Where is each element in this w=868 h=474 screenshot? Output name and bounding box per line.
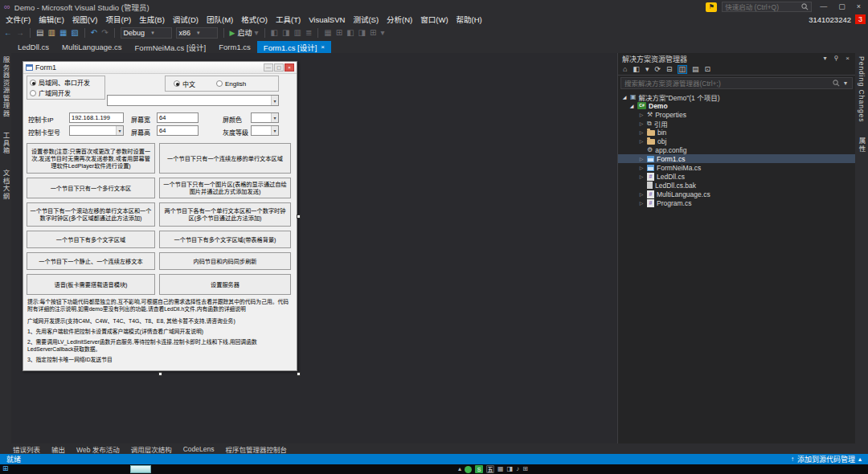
show-all-files-icon[interactable]: ▤ [692,66,699,73]
multi-text-table-bg-button[interactable]: 一个节目下有多个文字区域(带表格背景) [159,231,291,248]
internal-code-refresh-button[interactable]: 内码节目和内码同步刷新 [159,252,291,270]
close-icon[interactable]: × [844,55,851,62]
expander-icon[interactable]: ▷ [638,130,645,135]
taskbar-app-button[interactable] [130,465,151,473]
sync-with-active-document-icon[interactable]: ⟳ [654,66,661,73]
notification-flag-icon[interactable]: ⚑ [706,2,717,12]
menu-visualsvn[interactable]: VisualSVN [305,15,349,24]
tab-form1-design-active[interactable]: Form1.cs [设计] × [257,41,331,53]
notification-count-badge[interactable]: 3 [855,14,866,24]
solution-platform-dropdown[interactable]: x86 ▾ [176,27,218,39]
menu-format[interactable]: 格式(O) [237,14,272,25]
menu-test[interactable]: 测试(S) [349,14,383,25]
toolbar-icon-breakpoint[interactable]: ▥ [293,29,301,37]
make-same-size-icon[interactable]: ◨ [358,29,366,37]
undo-icon[interactable]: ↶ [91,29,97,37]
menu-window[interactable]: 窗口(W) [416,14,452,25]
tree-item-bin[interactable]: ▷ bin [618,128,855,137]
chevron-down-icon[interactable]: ▾ [842,80,849,87]
tab-output[interactable]: 输出 [51,444,65,454]
expander-icon[interactable]: ◢ [628,104,635,108]
add-to-source-control-button[interactable]: 添加到源代码管理 [797,454,855,464]
voice-button[interactable]: 语音(板卡需要搭载语音模块) [27,274,155,295]
expander-icon[interactable]: ▷ [638,165,645,170]
menu-file[interactable]: 文件(F) [2,14,35,25]
expander-icon[interactable]: ◢ [621,95,628,100]
close-button[interactable]: × [854,3,864,10]
tree-item-references[interactable]: ▷ ⧉ 引用 [618,119,855,128]
window-position-icon[interactable]: ▾ [821,55,828,62]
sidebar-tab-server-explorer[interactable]: 服务器资源管理器 [1,56,10,117]
tree-item-formneima-cs[interactable]: ▷ FormNeiMa.cs [618,163,855,172]
toolbar-icon-build[interactable]: ◧ [271,29,278,37]
tree-item-app-config[interactable]: ⚙ app.config [618,145,855,154]
new-file-icon[interactable]: ▤ [36,29,43,37]
sidebar-tab-document-outline[interactable]: 文档大纲 [1,170,10,200]
navigate-forward-icon[interactable]: → [16,29,24,37]
tab-error-list[interactable]: 错误列表 [13,444,40,454]
tab-multilanguage-cs[interactable]: MultiLanguage.cs [55,41,128,53]
picture-area-button[interactable]: 一个节目下只有一个图片区(表格的显示通过自绘图片并通过此方式添加发送) [159,178,291,198]
start-debug-button[interactable]: ▶ 启动 ▾ [230,27,259,38]
menu-project[interactable]: 项目(P) [101,14,135,25]
tray-green-app-icon[interactable] [465,466,472,473]
radio-lan-serial[interactable]: 局域网、串口开发 [30,78,102,87]
form-maximize-button[interactable]: ▢ [274,63,284,72]
wubi-input-icon[interactable]: 五 [486,465,494,473]
screen-width-input[interactable]: 64 [157,112,199,123]
collapse-all-icon[interactable]: ⊟ [666,66,673,73]
sogou-input-icon[interactable]: S [475,465,483,473]
align-centers-icon[interactable]: ⊞ [336,29,342,37]
radio-wan[interactable]: 广域网开发 [30,88,102,97]
sidebar-tab-properties[interactable]: 属性 [857,137,866,153]
save-icon[interactable]: ▦ [59,29,67,37]
menu-edit[interactable]: 编辑(E) [35,14,68,25]
tray-icon-2[interactable]: ◨ [507,466,514,472]
align-tops-icon[interactable]: ◧ [346,29,354,37]
screen-color-dropdown[interactable]: ▾ [251,112,279,123]
menu-debug[interactable]: 调试(D) [169,14,203,25]
tab-form1-cs[interactable]: Form1.cs [212,41,257,53]
set-params-button[interactable]: 设置参数(注意:只需首次或更改了参数时设置一次,发送节目时无需再次发送参数,或者… [27,143,155,174]
set-server-button[interactable]: 设置服务器 [159,274,291,295]
menu-build[interactable]: 生成(B) [135,14,169,25]
resize-handle-corner[interactable] [297,372,301,376]
tray-icon-4[interactable]: ⊞ [522,466,528,472]
home-icon[interactable]: ⌂ [623,66,627,73]
toolbar-icon-output[interactable]: ≣ [305,29,312,37]
sidebar-tab-toolbox[interactable]: 工具箱 [1,132,10,155]
tree-item-properties[interactable]: ▷ ⚒ Properties [618,110,855,119]
designed-form-window[interactable]: Form1 — ▢ × 局域网、串口开发 [23,61,297,371]
redo-icon[interactable]: ↷ [101,29,108,37]
main-combobox[interactable]: ▾ [107,95,279,106]
layout-grid-icon[interactable]: ⊞ [370,29,376,37]
align-lefts-icon[interactable]: ▦ [324,29,331,37]
tree-item-form1-cs[interactable]: ▷ Form1.cs [618,154,855,163]
account-id[interactable]: 3141023242 [809,15,851,24]
expander-icon[interactable]: ▷ [638,139,645,144]
tree-item-multilanguage-cs[interactable]: ▷ # MultiLanguage.cs [618,190,855,198]
tab-codelens[interactable]: CodeLens [183,445,215,453]
properties-icon[interactable]: ⊡ [705,66,711,73]
pending-changes-filter-icon[interactable]: ◧ [633,66,640,73]
toolbar-icon-step[interactable]: ◨ [282,29,289,37]
open-file-icon[interactable]: ▥ [47,29,55,37]
toolbar-overflow-icon[interactable]: ▾ [380,29,384,37]
start-button[interactable]: ⊞ [2,465,9,472]
tree-item-program-cs[interactable]: ▷ # Program.cs [618,198,855,207]
tree-item-solution[interactable]: ◢ ▣ 解决方案"Demo"(1 个项目) [618,92,855,101]
tab-web-publish[interactable]: Web 发布活动 [76,444,120,454]
expander-icon[interactable]: ▷ [638,157,645,161]
preview-selected-item-icon[interactable]: ◫ [678,66,687,73]
tree-item-leddll-cs-bak[interactable]: LedDll.cs.bak [618,181,855,190]
tab-formneima-design[interactable]: FormNeiMa.cs [设计] [129,41,213,53]
form-close-button[interactable]: × [285,63,294,72]
quick-launch-input[interactable] [725,3,799,11]
two-programs-button[interactable]: 两个节目下各有一个单行文本区和一个数字时钟区(多个节目通过此方法添加) [159,202,291,227]
radio-chinese[interactable]: 中文 [174,80,195,88]
solution-search-input[interactable] [624,80,830,88]
static-and-scroll-button[interactable]: 一个节目下一个静止、一个连续左移文本 [27,252,155,270]
expander-icon[interactable]: ▷ [638,112,645,117]
menu-analyze[interactable]: 分析(N) [383,14,416,25]
screen-height-input[interactable]: 64 [157,125,199,136]
